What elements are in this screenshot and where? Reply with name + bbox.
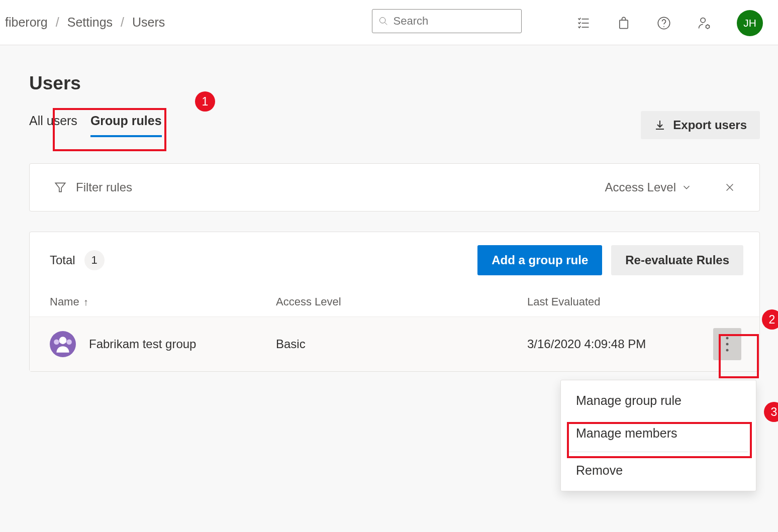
chevron-down-icon <box>681 182 692 193</box>
row-last-evaluated: 3/16/2020 4:09:48 PM <box>527 337 713 351</box>
sort-ascending-icon: ↑ <box>83 296 88 308</box>
help-icon[interactable] <box>656 16 671 31</box>
column-access-level[interactable]: Access Level <box>276 295 527 308</box>
total-label: Total <box>50 253 75 267</box>
breadcrumb-sep: / <box>56 15 59 30</box>
header-icons: JH <box>576 10 763 36</box>
search-box[interactable] <box>372 9 522 33</box>
reevaluate-rules-button[interactable]: Re-evaluate Rules <box>611 245 743 275</box>
breadcrumb-org[interactable]: fiberorg <box>5 15 48 30</box>
svg-point-16 <box>66 340 72 345</box>
tab-all-users[interactable]: All users <box>29 114 77 137</box>
svg-point-14 <box>59 337 67 344</box>
filter-bar: Filter rules Access Level <box>29 163 760 211</box>
svg-point-17 <box>726 337 729 340</box>
add-group-rule-button[interactable]: Add a group rule <box>477 245 602 275</box>
access-level-label: Access Level <box>605 180 676 194</box>
more-vertical-icon <box>725 336 729 352</box>
svg-point-18 <box>726 343 729 346</box>
table-row[interactable]: Fabrikam test group Basic 3/16/2020 4:09… <box>30 316 759 371</box>
filter-input[interactable]: Filter rules <box>54 180 132 194</box>
total: Total 1 <box>50 250 105 270</box>
svg-point-7 <box>663 26 664 27</box>
breadcrumb-settings[interactable]: Settings <box>67 15 113 30</box>
export-users-button[interactable]: Export users <box>641 111 760 139</box>
svg-point-8 <box>701 18 705 23</box>
svg-marker-11 <box>55 183 65 191</box>
search-input[interactable] <box>394 15 515 28</box>
download-icon <box>654 119 666 131</box>
total-count: 1 <box>84 250 105 270</box>
svg-rect-5 <box>620 20 628 28</box>
more-actions-button[interactable] <box>713 328 741 360</box>
filter-icon <box>54 181 67 194</box>
breadcrumb-users[interactable]: Users <box>132 15 165 30</box>
breadcrumb: fiberorg / Settings / Users <box>5 15 165 30</box>
tab-group-rules[interactable]: Group rules <box>90 114 162 137</box>
user-settings-icon[interactable] <box>697 16 712 31</box>
content: Users All users Group rules Export users… <box>0 45 778 372</box>
table-card: Total 1 Add a group rule Re-evaluate Rul… <box>29 232 760 372</box>
menu-manage-group-rule[interactable]: Manage group rule <box>561 384 756 417</box>
table-headers: Name ↑ Access Level Last Evaluated <box>30 280 759 316</box>
tabs-row: All users Group rules Export users <box>29 111 760 139</box>
card-header: Total 1 Add a group rule Re-evaluate Rul… <box>30 232 759 280</box>
page-title: Users <box>29 73 760 94</box>
column-name[interactable]: Name ↑ <box>50 295 276 308</box>
row-access: Basic <box>276 337 527 351</box>
svg-point-0 <box>379 18 385 23</box>
svg-point-9 <box>706 25 710 29</box>
context-menu: Manage group rule Manage members Remove <box>560 380 756 491</box>
list-icon[interactable] <box>576 16 591 31</box>
breadcrumb-sep: / <box>121 15 124 30</box>
close-icon[interactable] <box>724 182 735 193</box>
avatar[interactable]: JH <box>737 10 763 36</box>
svg-line-1 <box>384 22 387 25</box>
tabs: All users Group rules <box>29 114 162 137</box>
annotation-badge-3: 3 <box>764 402 778 422</box>
menu-remove[interactable]: Remove <box>561 454 756 487</box>
row-name: Fabrikam test group <box>89 337 276 351</box>
filter-placeholder: Filter rules <box>76 180 132 194</box>
column-last-evaluated[interactable]: Last Evaluated <box>527 295 739 308</box>
group-icon <box>50 331 76 357</box>
menu-manage-members[interactable]: Manage members <box>561 417 756 450</box>
access-level-dropdown[interactable]: Access Level <box>605 180 692 194</box>
menu-separator <box>569 452 748 452</box>
search-icon <box>378 16 388 27</box>
top-header: fiberorg / Settings / Users JH <box>0 0 778 45</box>
export-users-label: Export users <box>673 118 747 132</box>
svg-point-19 <box>726 349 729 352</box>
svg-point-6 <box>658 17 669 29</box>
shopping-bag-icon[interactable] <box>616 16 631 31</box>
svg-point-15 <box>54 340 59 345</box>
